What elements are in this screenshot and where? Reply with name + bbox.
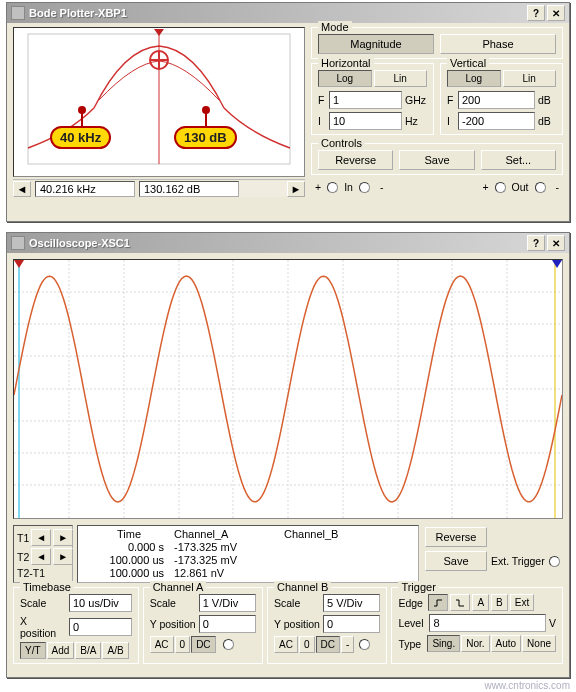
tb-ba-button[interactable]: B/A: [75, 642, 101, 659]
mode-group: Mode Magnitude Phase: [311, 27, 563, 59]
t1-right-button[interactable]: ►: [53, 529, 73, 546]
phase-button[interactable]: Phase: [440, 34, 556, 54]
chB-group: Channel B Scale 5 V/Div Y position 0 AC …: [267, 587, 387, 664]
tb-scale-input[interactable]: 10 us/Div: [69, 594, 132, 612]
scope-title: Oscilloscope-XSC1: [29, 237, 525, 249]
io-in-minus-radio[interactable]: [359, 182, 370, 193]
chB-ypos-input[interactable]: 0: [323, 615, 380, 633]
scope-titlebar[interactable]: Oscilloscope-XSC1 ? ✕: [7, 233, 569, 253]
v-I-input[interactable]: -200: [458, 112, 535, 130]
chB-scale-input[interactable]: 5 V/Div: [323, 594, 380, 612]
scope-app-icon: [11, 236, 25, 250]
t2-label: T2: [17, 551, 29, 563]
mode-legend: Mode: [318, 21, 352, 33]
io-out-plus-radio[interactable]: [495, 182, 506, 193]
bode-titlebar[interactable]: Bode Plotter-XBP1 ? ✕: [7, 3, 569, 23]
trig-level-input[interactable]: 8: [429, 614, 546, 632]
trig-none-button[interactable]: None: [522, 635, 556, 652]
t2-right-button[interactable]: ►: [53, 548, 73, 565]
io-in-label: In: [344, 181, 353, 193]
io-in-plus-radio[interactable]: [327, 182, 338, 193]
trigger-legend: Trigger: [398, 581, 438, 593]
scope-svg: [14, 260, 562, 518]
trig-level-unit: V: [549, 617, 556, 629]
v-F-unit: dB: [538, 94, 556, 106]
bode-app-icon: [11, 6, 25, 20]
h-I-unit: Hz: [405, 115, 427, 127]
bode-plot[interactable]: 40 kHz 130 dB: [13, 27, 305, 177]
h-I-label: I: [318, 115, 326, 127]
hdr-time: Time: [84, 528, 174, 541]
v-F-label: F: [447, 94, 455, 106]
t2-left-button[interactable]: ◄: [31, 548, 51, 565]
bode-callout-gain: 130 dB: [174, 126, 237, 149]
hdr-chA: Channel_A: [174, 528, 284, 541]
chA-dc-button[interactable]: DC: [191, 636, 215, 653]
trig-auto-button[interactable]: Auto: [491, 635, 522, 652]
bode-scroll-right-icon[interactable]: ►: [287, 181, 305, 197]
bode-plot-svg: [14, 28, 304, 176]
chB-zero-button[interactable]: 0: [299, 636, 315, 653]
h-I-input[interactable]: 10: [329, 112, 402, 130]
chA-jack-radio[interactable]: [223, 639, 234, 650]
trig-B-button[interactable]: B: [491, 594, 508, 611]
chA-legend: Channel A: [150, 581, 207, 593]
tb-yt-button[interactable]: Y/T: [20, 642, 46, 659]
chA-zero-button[interactable]: 0: [175, 636, 191, 653]
chB-jack-radio[interactable]: [359, 639, 370, 650]
tb-add-button[interactable]: Add: [47, 642, 75, 659]
r2-a: -173.325 mV: [174, 554, 284, 567]
chA-scale-input[interactable]: 1 V/Div: [199, 594, 256, 612]
v-log-button[interactable]: Log: [447, 70, 501, 87]
chA-ypos-label: Y position: [150, 618, 196, 630]
h-log-button[interactable]: Log: [318, 70, 372, 87]
scope-screen[interactable]: [13, 259, 563, 519]
chB-dc-button[interactable]: DC: [316, 636, 340, 653]
v-F-input[interactable]: 200: [458, 91, 535, 109]
bode-scroll-left-icon[interactable]: ◄: [13, 181, 31, 197]
tb-scale-label: Scale: [20, 597, 66, 609]
trig-fall-button[interactable]: [450, 594, 470, 611]
tb-ab-button[interactable]: A/B: [102, 642, 128, 659]
io-plus-out: +: [482, 181, 488, 193]
io-out-minus-radio[interactable]: [535, 182, 546, 193]
trigger-group: Trigger Edge A B Ext Level 8 V Type Sing…: [391, 587, 563, 664]
chA-ac-button[interactable]: AC: [150, 636, 174, 653]
h-F-label: F: [318, 94, 326, 106]
ext-trigger-radio[interactable]: [549, 556, 560, 567]
scope-save-button[interactable]: Save: [425, 551, 487, 571]
chB-scale-label: Scale: [274, 597, 320, 609]
set-button[interactable]: Set...: [481, 150, 556, 170]
t1-left-button[interactable]: ◄: [31, 529, 51, 546]
bode-callout-freq: 40 kHz: [50, 126, 111, 149]
tb-xpos-label: X position: [20, 615, 66, 639]
bode-hscroll[interactable]: ◄ 40.216 kHz 130.162 dB ►: [13, 179, 305, 197]
trig-rise-button[interactable]: [428, 594, 448, 611]
horizontal-legend: Horizontal: [318, 57, 374, 69]
save-button[interactable]: Save: [399, 150, 474, 170]
h-F-input[interactable]: 1: [329, 91, 402, 109]
chB-legend: Channel B: [274, 581, 331, 593]
v-lin-button[interactable]: Lin: [503, 70, 557, 87]
bode-help-button[interactable]: ?: [527, 5, 545, 21]
reverse-button[interactable]: Reverse: [318, 150, 393, 170]
scope-help-button[interactable]: ?: [527, 235, 545, 251]
trig-A-button[interactable]: A: [472, 594, 489, 611]
chA-ypos-input[interactable]: 0: [199, 615, 256, 633]
svg-marker-5: [154, 29, 164, 36]
trig-sing-button[interactable]: Sing.: [427, 635, 460, 652]
scope-reverse-button[interactable]: Reverse: [425, 527, 487, 547]
magnitude-button[interactable]: Magnitude: [318, 34, 434, 54]
trig-Ext-button[interactable]: Ext: [510, 594, 534, 611]
trig-nor-button[interactable]: Nor.: [461, 635, 489, 652]
chB-ac-button[interactable]: AC: [274, 636, 298, 653]
bode-close-button[interactable]: ✕: [547, 5, 565, 21]
svg-marker-24: [14, 260, 24, 268]
scope-close-button[interactable]: ✕: [547, 235, 565, 251]
v-I-label: I: [447, 115, 455, 127]
tb-xpos-input[interactable]: 0: [69, 618, 132, 636]
trig-type-label: Type: [398, 638, 426, 650]
io-plus-in: +: [315, 181, 321, 193]
chB-inv-button[interactable]: -: [341, 636, 354, 653]
h-lin-button[interactable]: Lin: [374, 70, 428, 87]
